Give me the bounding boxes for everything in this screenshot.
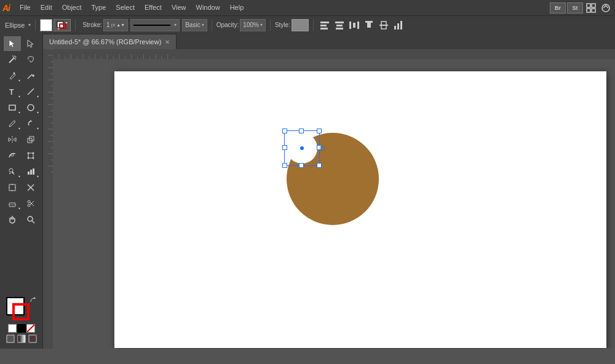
svg-rect-0 [587, 4, 590, 7]
svg-rect-1 [592, 4, 595, 7]
svg-point-47 [32, 157, 34, 159]
svg-rect-8 [320, 25, 327, 26]
svg-rect-2 [587, 9, 590, 12]
column-graph-tool[interactable]: ▾ [22, 164, 39, 179]
svg-marker-39 [14, 138, 16, 141]
handle-tm [299, 129, 304, 133]
svg-point-65 [28, 204, 30, 207]
document-tab[interactable]: Untitled-5* @ 66.67% (RGB/Preview) ✕ [43, 34, 177, 49]
svg-rect-54 [33, 168, 34, 175]
bridge-icon-btn[interactable]: Br [550, 2, 566, 14]
zoom-tool[interactable] [22, 212, 39, 227]
basic-dropdown-arrow: ▾ [202, 22, 204, 28]
stroke-value: 1 [106, 22, 110, 28]
opacity-value: 100% [243, 22, 259, 28]
svg-line-25 [9, 58, 14, 63]
align-middle-icon[interactable] [377, 18, 391, 32]
sep5 [313, 20, 314, 31]
line-preview [133, 25, 170, 26]
swap-colors-icon[interactable] [30, 297, 37, 304]
free-transform-tool[interactable] [22, 148, 39, 163]
main-area: ▾ T ▾ ▾ ▾ ▾ [0, 34, 615, 349]
artboard-tool[interactable] [4, 180, 21, 195]
eraser-tool[interactable]: ▾ [4, 196, 21, 211]
menu-view[interactable]: View [167, 0, 191, 15]
svg-rect-20 [394, 26, 396, 30]
rotate-tool[interactable]: ▾ [22, 116, 39, 131]
basic-dropdown[interactable]: Basic ▾ [182, 19, 207, 31]
pen-tool[interactable]: ▾ [4, 68, 21, 83]
reflect-tool[interactable] [4, 132, 21, 147]
fill-color-swatch[interactable] [40, 19, 52, 31]
color-swatches-row [6, 324, 38, 333]
type-tool[interactable]: T ▾ [4, 84, 21, 99]
ellipse-tool[interactable]: ▾ [22, 100, 39, 115]
svg-rect-18 [379, 25, 388, 26]
artboard-container[interactable] [53, 59, 615, 349]
opacity-control[interactable]: 100% ▾ [240, 19, 266, 31]
direct-selection-tool[interactable] [22, 36, 39, 51]
magic-wand-tool[interactable] [4, 52, 21, 67]
fill-stroke-toggle[interactable] [54, 19, 71, 31]
align-top-icon[interactable] [362, 18, 376, 32]
align-left-icon[interactable] [318, 18, 331, 32]
pencil-rotate-row: ▾ ▾ [4, 116, 39, 131]
reshape-tool[interactable] [4, 148, 21, 163]
svg-rect-71 [7, 335, 14, 342]
menu-type[interactable]: Type [87, 0, 111, 15]
selection-tool[interactable] [4, 36, 21, 51]
svg-point-29 [13, 73, 15, 74]
selection-bounding-box [284, 130, 320, 166]
stroke-color-box[interactable] [12, 303, 30, 320]
svg-rect-11 [336, 25, 343, 26]
none-swatch[interactable] [26, 324, 35, 333]
stroke-label: Stroke: [82, 22, 102, 28]
style-swatch[interactable] [292, 19, 309, 31]
opacity-dropdown-arrow: ▾ [260, 22, 263, 28]
add-anchor-tool[interactable] [22, 68, 39, 83]
tool-name-dropdown[interactable]: ▾ [28, 22, 31, 28]
scale-tool[interactable] [22, 132, 39, 147]
distribute-icon[interactable] [347, 18, 361, 32]
gradient-icon[interactable] [17, 334, 26, 344]
line-tool[interactable]: ▾ [22, 84, 39, 99]
small-circle-selected[interactable] [287, 133, 317, 164]
sep2 [75, 20, 76, 31]
line-style-box[interactable]: ▾ [130, 19, 180, 31]
stroke-arrows[interactable]: ▲▼ [116, 23, 125, 27]
tool-name: Ellipse [2, 22, 27, 29]
symbol-spray-tool[interactable]: ▾ [4, 164, 21, 179]
tab-close-btn[interactable]: ✕ [165, 39, 170, 46]
pen-tools-row: ▾ [4, 68, 39, 83]
svg-line-69 [32, 221, 34, 223]
align-center-icon[interactable] [333, 18, 346, 32]
rect-tool[interactable]: ▾ [4, 100, 21, 115]
fill-mode-icon[interactable] [6, 334, 15, 344]
grid-icon-btn[interactable] [584, 1, 598, 15]
chart-icon[interactable] [392, 18, 405, 32]
scissors-tool[interactable] [22, 196, 39, 211]
menu-effect[interactable]: Effect [140, 0, 167, 15]
svg-rect-53 [30, 170, 32, 175]
menu-object[interactable]: Object [57, 0, 87, 15]
menu-select[interactable]: Select [111, 0, 140, 15]
menu-file[interactable]: File [15, 0, 36, 15]
shape-tools-row: ▾ ▾ [4, 100, 39, 115]
no-fill-icon[interactable] [28, 334, 38, 344]
stock-icon-btn[interactable]: St [567, 2, 583, 14]
workspace-icon-btn[interactable] [599, 1, 613, 15]
svg-rect-10 [335, 22, 344, 23]
white-swatch[interactable] [8, 324, 17, 333]
stroke-width-control[interactable]: 1 pt ▲▼ [103, 19, 128, 31]
svg-marker-70 [33, 297, 36, 299]
lasso-tool[interactable] [22, 52, 39, 67]
magic-lasso-row [4, 52, 39, 67]
menu-help[interactable]: Help [225, 0, 249, 15]
color-area [3, 295, 40, 346]
hand-tool[interactable] [4, 212, 21, 227]
black-swatch[interactable] [17, 324, 26, 333]
menu-window[interactable]: Window [191, 0, 225, 15]
pencil-tool[interactable]: ▾ [4, 116, 21, 131]
menu-edit[interactable]: Edit [36, 0, 57, 15]
slice-tool[interactable] [22, 180, 39, 195]
